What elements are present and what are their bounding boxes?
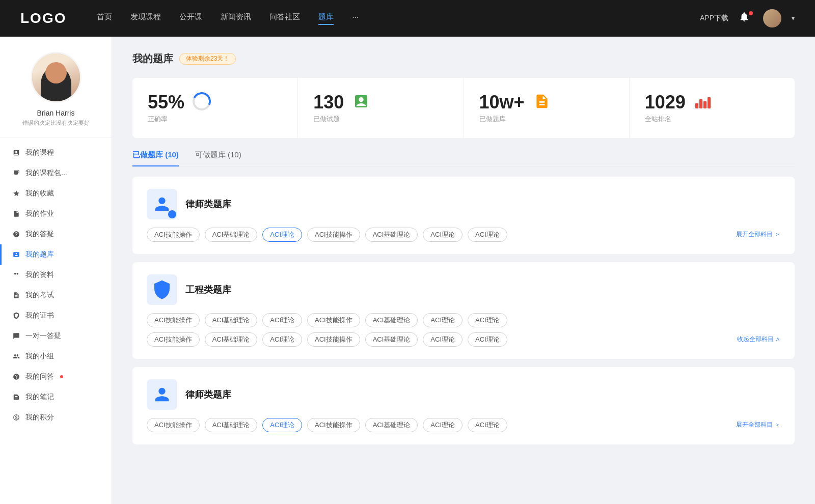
tag-law2-6[interactable]: ACI理论 bbox=[468, 418, 507, 432]
sidebar-label-groups: 我的小组 bbox=[25, 352, 54, 361]
tag-law1-3[interactable]: ACI技能操作 bbox=[307, 228, 360, 242]
stat-done-banks-label: 已做题库 bbox=[479, 115, 525, 124]
nav-qa[interactable]: 问答社区 bbox=[269, 12, 300, 25]
nav-question-bank[interactable]: 题库 bbox=[318, 12, 334, 25]
notif-badge bbox=[749, 11, 753, 15]
bank-icon-engineering bbox=[147, 274, 177, 305]
bar-chart-icon bbox=[695, 94, 711, 108]
certificates-icon bbox=[12, 312, 20, 320]
bank-section-law1: 律师类题库 ACI技能操作 ACI基础理论 ACI理论 ACI技能操作 ACI基… bbox=[132, 177, 795, 254]
sidebar-label-profile-data: 我的资料 bbox=[25, 270, 54, 279]
nav-links: 首页 发现课程 公开课 新闻资讯 问答社区 题库 ··· bbox=[97, 12, 700, 25]
tag-eng-0[interactable]: ACI技能操作 bbox=[147, 313, 200, 327]
bank-icon-law2 bbox=[147, 379, 177, 410]
expand-btn-law1[interactable]: 展开全部科目 ＞ bbox=[736, 230, 780, 239]
app-download-btn[interactable]: APP下载 bbox=[700, 14, 728, 23]
tag-eng-11[interactable]: ACI基础理论 bbox=[365, 332, 418, 347]
sidebar-item-certificates[interactable]: 我的证书 bbox=[0, 305, 112, 326]
banks-stat-icon bbox=[533, 92, 551, 110]
tag-eng-12[interactable]: ACI理论 bbox=[423, 332, 463, 347]
course-packs-icon bbox=[12, 169, 20, 177]
tag-law2-0[interactable]: ACI技能操作 bbox=[147, 418, 200, 432]
sidebar-label-one-on-one: 一对一答疑 bbox=[25, 331, 61, 341]
sidebar-item-course-packs[interactable]: 我的课程包... bbox=[0, 163, 112, 183]
user-avatar[interactable] bbox=[763, 9, 781, 27]
nav-home[interactable]: 首页 bbox=[97, 12, 112, 25]
tag-eng-4[interactable]: ACI基础理论 bbox=[365, 313, 418, 327]
bank-section-engineering: 工程类题库 ACI技能操作 ACI基础理论 ACI理论 ACI技能操作 ACI基… bbox=[132, 262, 795, 359]
tab-available-banks[interactable]: 可做题库 (10) bbox=[195, 150, 241, 166]
stat-ranking-label: 全站排名 bbox=[645, 115, 686, 124]
tag-eng-8[interactable]: ACI基础理论 bbox=[205, 332, 258, 347]
user-menu-chevron[interactable]: ▾ bbox=[792, 15, 795, 22]
tag-law1-1[interactable]: ACI基础理论 bbox=[205, 228, 258, 242]
nav-discover[interactable]: 发现课程 bbox=[130, 12, 161, 25]
tag-eng-10[interactable]: ACI技能操作 bbox=[307, 332, 360, 347]
tag-eng-9[interactable]: ACI理论 bbox=[262, 332, 302, 347]
bank-header-law1: 律师类题库 bbox=[147, 189, 780, 219]
groups-icon bbox=[12, 352, 20, 360]
sidebar-item-exams[interactable]: 我的考试 bbox=[0, 285, 112, 305]
exams-icon bbox=[12, 291, 20, 299]
stat-done-banks-text: 10w+ 已做题库 bbox=[479, 92, 525, 124]
expand-btn-law2[interactable]: 展开全部科目 ＞ bbox=[736, 421, 780, 429]
sidebar-item-notes[interactable]: 我的笔记 bbox=[0, 387, 112, 407]
sidebar-item-points[interactable]: 我的积分 bbox=[0, 407, 112, 428]
ranking-stat-icon bbox=[694, 92, 712, 110]
tag-law1-6[interactable]: ACI理论 bbox=[468, 228, 507, 242]
sidebar-item-groups[interactable]: 我的小组 bbox=[0, 346, 112, 367]
tag-law2-1[interactable]: ACI基础理论 bbox=[205, 418, 258, 432]
favorites-icon bbox=[12, 189, 20, 198]
sidebar-item-favorites[interactable]: 我的收藏 bbox=[0, 183, 112, 204]
tag-eng-2[interactable]: ACI理论 bbox=[262, 313, 302, 327]
sidebar-label-favorites: 我的收藏 bbox=[25, 189, 54, 198]
profile-name: Brian Harris bbox=[37, 109, 75, 117]
bank-tags-law1: ACI技能操作 ACI基础理论 ACI理论 ACI技能操作 ACI基础理论 AC… bbox=[147, 228, 780, 242]
tag-eng-5[interactable]: ACI理论 bbox=[423, 313, 463, 327]
bank-tags-engineering-row2: ACI技能操作 ACI基础理论 ACI理论 ACI技能操作 ACI基础理论 AC… bbox=[147, 332, 780, 347]
tag-law1-5[interactable]: ACI理论 bbox=[423, 228, 463, 242]
tag-law2-3[interactable]: ACI技能操作 bbox=[307, 418, 360, 432]
notification-bell[interactable] bbox=[739, 11, 753, 25]
sidebar-label-exams: 我的考试 bbox=[25, 291, 54, 300]
tag-eng-13[interactable]: ACI理论 bbox=[468, 332, 507, 347]
nav-news[interactable]: 新闻资讯 bbox=[221, 12, 251, 25]
sidebar-item-one-on-one[interactable]: 一对一答疑 bbox=[0, 326, 112, 346]
tag-law2-4[interactable]: ACI基础理论 bbox=[365, 418, 418, 432]
bank-section-law2: 律师类题库 ACI技能操作 ACI基础理论 ACI理论 ACI技能操作 ACI基… bbox=[132, 367, 795, 444]
tag-law1-0[interactable]: ACI技能操作 bbox=[147, 228, 200, 242]
profile-avatar bbox=[31, 52, 82, 103]
questions-stat-icon bbox=[352, 92, 370, 110]
sidebar-item-question-bank[interactable]: 我的题库 bbox=[0, 244, 112, 265]
sidebar-item-questions[interactable]: 我的答疑 bbox=[0, 224, 112, 244]
sidebar-item-homework[interactable]: 我的作业 bbox=[0, 204, 112, 224]
main-content: 我的题库 体验剩余23天！ 55% 正确率 130 已做试题 bbox=[112, 37, 815, 504]
bank-icon-law1 bbox=[147, 189, 177, 219]
nav-more[interactable]: ··· bbox=[352, 12, 359, 25]
tag-law2-2[interactable]: ACI理论 bbox=[262, 418, 302, 432]
stat-ranking-text: 1029 全站排名 bbox=[645, 92, 686, 124]
tab-done-banks[interactable]: 已做题库 (10) bbox=[132, 150, 179, 166]
stat-ranking: 1029 全站排名 bbox=[630, 78, 795, 138]
stat-accuracy: 55% 正确率 bbox=[132, 78, 298, 138]
sidebar-item-courses[interactable]: 我的课程 bbox=[0, 143, 112, 163]
my-qa-dot bbox=[60, 375, 63, 378]
tag-eng-7[interactable]: ACI技能操作 bbox=[147, 332, 200, 347]
tag-eng-3[interactable]: ACI技能操作 bbox=[307, 313, 360, 327]
stats-row: 55% 正确率 130 已做试题 bbox=[132, 78, 795, 138]
questions-icon bbox=[12, 230, 20, 238]
sidebar-label-courses: 我的课程 bbox=[25, 148, 54, 157]
collapse-btn-engineering[interactable]: 收起全部科目 ∧ bbox=[737, 335, 780, 344]
nav-open-courses[interactable]: 公开课 bbox=[179, 12, 202, 25]
tag-law1-4[interactable]: ACI基础理论 bbox=[365, 228, 418, 242]
one-on-one-icon bbox=[12, 332, 20, 340]
bank-name-law1: 律师类题库 bbox=[185, 198, 231, 210]
tag-eng-6[interactable]: ACI理论 bbox=[468, 313, 507, 327]
tag-law1-2[interactable]: ACI理论 bbox=[262, 228, 302, 242]
logo: LOGO bbox=[20, 10, 66, 26]
sidebar-item-profile-data[interactable]: 我的资料 bbox=[0, 265, 112, 285]
sidebar-item-my-qa[interactable]: 我的问答 bbox=[0, 367, 112, 387]
profile-data-icon bbox=[12, 271, 20, 279]
tag-eng-1[interactable]: ACI基础理论 bbox=[205, 313, 258, 327]
tag-law2-5[interactable]: ACI理论 bbox=[423, 418, 463, 432]
